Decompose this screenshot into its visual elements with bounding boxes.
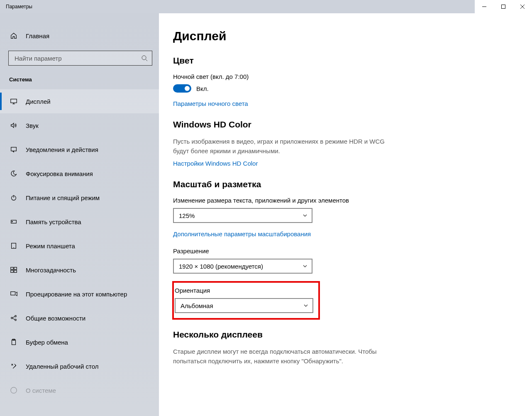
monitor-icon xyxy=(10,98,17,105)
svg-point-4 xyxy=(142,56,146,60)
moon-icon xyxy=(10,170,17,177)
orientation-label: Ориентация xyxy=(175,287,312,294)
svg-line-25 xyxy=(12,318,15,320)
remote-icon xyxy=(10,362,17,370)
sidebar-item-multitask[interactable]: Многозадачность xyxy=(0,258,159,282)
chevron-down-icon xyxy=(303,303,308,308)
page-title: Дисплей xyxy=(173,29,425,43)
info-icon xyxy=(10,387,17,394)
nav-label: Удаленный рабочий стол xyxy=(26,363,98,370)
svg-rect-20 xyxy=(11,292,15,295)
section-hdcolor: Windows HD Color xyxy=(173,120,425,130)
svg-rect-16 xyxy=(11,267,13,269)
sidebar-item-shared[interactable]: Общие возможности xyxy=(0,306,159,330)
minimize-button[interactable] xyxy=(475,0,494,13)
nav-label: Память устройства xyxy=(26,218,81,225)
nav-label: Питание и спящий режим xyxy=(26,194,100,201)
svg-rect-1 xyxy=(502,5,505,9)
svg-point-31 xyxy=(11,387,17,393)
svg-rect-19 xyxy=(14,270,17,272)
resolution-label: Разрешение xyxy=(173,247,425,254)
nav-label: Фокусировка внимания xyxy=(26,170,93,177)
nav-label: Буфер обмена xyxy=(26,339,68,346)
section-multidisplay: Несколько дисплеев xyxy=(173,330,425,340)
multitask-icon xyxy=(10,266,17,274)
svg-line-30 xyxy=(13,365,16,368)
sidebar-item-power[interactable]: Питание и спящий режим xyxy=(0,186,159,210)
sidebar-group-label: Система xyxy=(0,75,159,89)
sidebar-item-projecting[interactable]: Проецирование на этот компьютер xyxy=(0,282,159,306)
resolution-value: 1920 × 1080 (рекомендуется) xyxy=(179,263,303,270)
night-light-settings-link[interactable]: Параметры ночного света xyxy=(173,100,248,107)
maximize-button[interactable] xyxy=(494,0,513,13)
svg-point-23 xyxy=(15,319,17,321)
svg-line-5 xyxy=(146,59,147,61)
scale-label: Изменение размера текста, приложений и д… xyxy=(173,197,425,204)
sidebar-item-remote[interactable]: Удаленный рабочий стол xyxy=(0,354,159,378)
orientation-dropdown[interactable]: Альбомная xyxy=(175,298,313,313)
nav-label: Уведомления и действия xyxy=(26,146,98,153)
night-light-label: Ночной свет (вкл. до 7:00) xyxy=(173,73,425,80)
svg-point-13 xyxy=(12,221,13,222)
notification-icon xyxy=(10,146,17,153)
svg-rect-17 xyxy=(14,267,17,269)
svg-rect-18 xyxy=(11,270,13,272)
close-button[interactable] xyxy=(513,0,532,13)
storage-icon xyxy=(10,218,17,225)
window-title: Параметры xyxy=(0,4,32,10)
chevron-down-icon xyxy=(303,213,307,218)
svg-line-24 xyxy=(12,316,15,318)
toggle-state: Вкл. xyxy=(196,85,209,92)
svg-point-22 xyxy=(15,316,17,317)
speaker-icon xyxy=(10,122,17,129)
share-icon xyxy=(10,314,17,322)
titlebar: Параметры xyxy=(0,0,532,13)
clipboard-icon xyxy=(10,338,17,346)
svg-point-21 xyxy=(11,317,13,319)
project-icon xyxy=(10,290,17,298)
sidebar-item-sound[interactable]: Звук xyxy=(0,113,159,137)
svg-rect-26 xyxy=(12,340,16,345)
sidebar-item-about[interactable]: О системе xyxy=(0,378,159,402)
home-icon xyxy=(10,32,17,39)
chevron-down-icon xyxy=(303,264,307,269)
night-light-toggle[interactable] xyxy=(173,84,191,93)
svg-rect-6 xyxy=(11,99,17,103)
home-label: Главная xyxy=(26,32,49,39)
hdcolor-description: Пусть изображения в видео, играх и прило… xyxy=(173,137,397,156)
sidebar-item-tablet[interactable]: Режим планшета xyxy=(0,234,159,258)
nav-label: Дисплей xyxy=(26,98,51,105)
multidisplay-description: Старые дисплеи могут не всегда подключат… xyxy=(173,347,397,366)
scale-value: 125% xyxy=(179,212,303,219)
nav-label: Многозадачность xyxy=(26,267,76,274)
home-nav[interactable]: Главная xyxy=(0,26,159,46)
search-icon xyxy=(141,55,148,61)
sidebar-item-focus[interactable]: Фокусировка внимания xyxy=(0,162,159,186)
nav-label: Проецирование на этот компьютер xyxy=(26,291,127,298)
sidebar-item-clipboard[interactable]: Буфер обмена xyxy=(0,330,159,354)
sidebar-item-storage[interactable]: Память устройства xyxy=(0,210,159,234)
nav-label: Режим планшета xyxy=(26,242,75,250)
nav-label: О системе xyxy=(26,387,56,394)
sidebar-item-display[interactable]: Дисплей xyxy=(0,89,159,113)
nav-label: Общие возможности xyxy=(26,315,85,322)
sidebar-item-notifications[interactable]: Уведомления и действия xyxy=(0,137,159,162)
main-content: Дисплей Цвет Ночной свет (вкл. до 7:00) … xyxy=(159,13,425,416)
search-box[interactable] xyxy=(8,51,152,66)
resolution-dropdown[interactable]: 1920 × 1080 (рекомендуется) xyxy=(173,259,312,274)
window-controls xyxy=(475,0,532,13)
svg-rect-9 xyxy=(11,147,17,151)
tablet-icon xyxy=(10,242,17,250)
highlight-box: Ориентация Альбомная xyxy=(172,281,320,320)
section-scale: Масштаб и разметка xyxy=(173,179,425,189)
power-icon xyxy=(10,194,17,201)
orientation-value: Альбомная xyxy=(181,302,303,309)
section-color: Цвет xyxy=(173,56,425,66)
search-input[interactable] xyxy=(15,55,141,62)
scale-dropdown[interactable]: 125% xyxy=(173,208,312,223)
nav-label: Звук xyxy=(26,122,39,129)
hdcolor-settings-link[interactable]: Настройки Windows HD Color xyxy=(173,160,258,167)
advanced-scale-link[interactable]: Дополнительные параметры масштабирования xyxy=(173,230,311,237)
sidebar: Главная Система Дисплей Звук Уведомления… xyxy=(0,13,159,416)
